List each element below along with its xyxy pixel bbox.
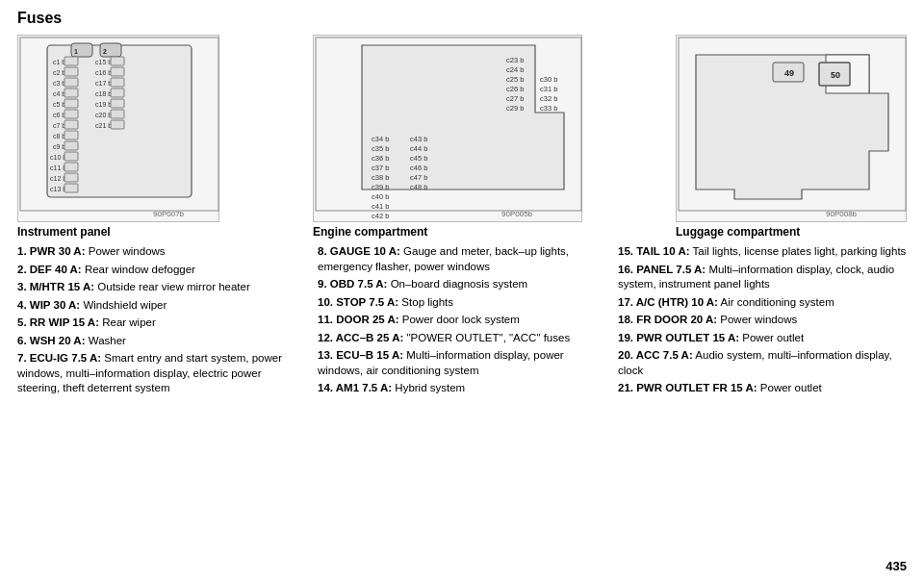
fuse-item-8: 8. GAUGE 10 A: Gauge and meter, back–up … (318, 244, 606, 274)
svg-text:c41 b: c41 b (372, 202, 389, 211)
svg-rect-11 (64, 88, 78, 97)
svg-text:2: 2 (103, 48, 107, 55)
svg-text:c37 b: c37 b (372, 164, 389, 172)
svg-text:c26 b: c26 b (506, 85, 524, 93)
fuse-item-10: 10. STOP 7.5 A: Stop lights (318, 295, 606, 311)
svg-rect-37 (111, 88, 124, 97)
svg-rect-5 (64, 57, 78, 65)
svg-text:c15 b: c15 b (95, 59, 112, 65)
svg-text:c46 b: c46 b (410, 164, 427, 172)
engine-label: Engine compartment (313, 225, 427, 239)
svg-rect-23 (64, 152, 78, 161)
svg-rect-9 (64, 78, 78, 87)
luggage-diagram: 49 50 90P008b (676, 35, 907, 222)
svg-text:c2 b: c2 b (53, 69, 65, 76)
svg-text:90P008b: 90P008b (826, 210, 858, 218)
svg-rect-35 (111, 78, 124, 87)
svg-text:c31 b: c31 b (540, 85, 557, 93)
svg-text:c18 b: c18 b (95, 90, 112, 97)
svg-text:c4 b: c4 b (53, 90, 65, 97)
engine-diagram: c23 b c24 b c25 b c26 b c27 b c29 b c30 … (313, 35, 582, 222)
svg-rect-7 (64, 67, 78, 76)
fuse-item-14: 14. AM1 7.5 A: Hybrid system (318, 381, 606, 396)
fuse-item-5: 5. RR WIP 15 A: Rear wiper (17, 316, 306, 331)
instrument-diagram: c1 b c2 b c3 b c4 b c5 b c6 b c7 b c8 b (17, 35, 219, 222)
svg-text:1: 1 (74, 48, 78, 55)
svg-rect-31 (111, 57, 124, 65)
svg-text:c47 b: c47 b (410, 173, 427, 182)
svg-rect-15 (64, 110, 78, 118)
svg-text:c35 b: c35 b (372, 144, 389, 153)
svg-rect-33 (111, 67, 124, 76)
svg-text:c30 b: c30 b (540, 75, 557, 84)
instrument-label: Instrument panel (17, 225, 111, 239)
svg-text:c25 b: c25 b (506, 75, 524, 84)
svg-text:c8 b: c8 b (53, 133, 65, 139)
engine-diagram-block: c23 b c24 b c25 b c26 b c27 b c29 b c30 … (313, 35, 582, 239)
fuse-item-19: 19. PWR OUTLET 15 A: Power outlet (618, 331, 907, 346)
fuse-item-16: 16. PANEL 7.5 A: Multi–information displ… (618, 263, 907, 292)
diagrams-row: c1 b c2 b c3 b c4 b c5 b c6 b c7 b c8 b (17, 35, 907, 239)
luggage-diagram-block: 49 50 90P008b Luggage compartment (676, 35, 907, 239)
fuse-item-15: 15. TAIL 10 A: Tail lights, license plat… (618, 244, 907, 260)
page-number: 435 (886, 559, 907, 573)
fuse-col-3: 15. TAIL 10 A: Tail lights, license plat… (618, 244, 907, 399)
fuse-item-9: 9. OBD 7.5 A: On–board diagnosis system (318, 277, 606, 292)
fuse-item-18: 18. FR DOOR 20 A: Power windows (618, 313, 907, 328)
svg-text:c29 b: c29 b (506, 104, 524, 113)
svg-text:c7 b: c7 b (53, 122, 65, 129)
svg-rect-39 (111, 99, 124, 108)
svg-rect-43 (111, 120, 124, 129)
svg-text:49: 49 (784, 68, 794, 78)
svg-text:c17 b: c17 b (95, 80, 112, 87)
svg-rect-27 (64, 173, 78, 182)
fuse-col-1: 1. PWR 30 A: Power windows 2. DEF 40 A: … (17, 244, 318, 399)
page-container: Fuses c1 b c2 b c3 b (0, 0, 924, 581)
fuse-item-6: 6. WSH 20 A: Washer (17, 334, 306, 349)
svg-text:90P005b: 90P005b (501, 210, 533, 218)
svg-text:c3 b: c3 b (53, 80, 65, 87)
luggage-label: Luggage compartment (676, 225, 800, 239)
svg-text:c23 b: c23 b (506, 56, 524, 64)
fuse-item-17: 17. A/C (HTR) 10 A: Air conditioning sys… (618, 295, 907, 311)
svg-text:c36 b: c36 b (372, 154, 389, 163)
svg-text:c40 b: c40 b (372, 192, 389, 201)
svg-rect-41 (111, 110, 124, 118)
svg-text:c42 b: c42 b (372, 212, 389, 220)
svg-text:c48 b: c48 b (410, 183, 427, 191)
svg-text:c43 b: c43 b (410, 135, 427, 143)
svg-rect-13 (64, 99, 78, 108)
fuse-item-1: 1. PWR 30 A: Power windows (17, 244, 306, 260)
instrument-svg: c1 b c2 b c3 b c4 b c5 b c6 b c7 b c8 b (18, 36, 220, 223)
svg-text:c1 b: c1 b (53, 59, 65, 65)
instrument-diagram-block: c1 b c2 b c3 b c4 b c5 b c6 b c7 b c8 b (17, 35, 219, 239)
svg-text:c6 b: c6 b (53, 112, 65, 118)
svg-text:c21 b: c21 b (95, 122, 112, 129)
svg-text:c9 b: c9 b (53, 143, 65, 150)
fuse-item-11: 11. DOOR 25 A: Power door lock system (318, 313, 606, 328)
svg-text:c39 b: c39 b (372, 183, 389, 191)
fuse-item-3: 3. M/HTR 15 A: Outside rear view mirror … (17, 280, 306, 295)
svg-text:c44 b: c44 b (410, 144, 427, 153)
svg-text:c27 b: c27 b (506, 94, 524, 103)
svg-rect-29 (64, 184, 78, 192)
svg-rect-25 (64, 163, 78, 171)
svg-text:c45 b: c45 b (410, 154, 427, 163)
svg-rect-21 (64, 141, 78, 150)
svg-text:c20 b: c20 b (95, 112, 112, 118)
fuse-item-13: 13. ECU–B 15 A: Multi–information displa… (318, 348, 606, 378)
page-title: Fuses (17, 10, 907, 27)
fuse-item-12: 12. ACC–B 25 A: "POWER OUTLET", "ACC" fu… (318, 331, 606, 346)
svg-text:c19 b: c19 b (95, 101, 112, 108)
fuse-col-2: 8. GAUGE 10 A: Gauge and meter, back–up … (318, 244, 618, 399)
svg-text:50: 50 (831, 70, 840, 80)
svg-text:90P007b: 90P007b (153, 210, 185, 218)
svg-text:c24 b: c24 b (506, 65, 524, 74)
svg-text:c38 b: c38 b (372, 173, 389, 182)
fuse-item-7: 7. ECU-IG 7.5 A: Smart entry and start s… (17, 351, 306, 396)
svg-text:c16 b: c16 b (95, 69, 112, 76)
engine-svg: c23 b c24 b c25 b c26 b c27 b c29 b c30 … (314, 36, 583, 223)
fuse-item-20: 20. ACC 7.5 A: Audio system, multi–infor… (618, 348, 907, 378)
fuse-item-4: 4. WIP 30 A: Windshield wiper (17, 298, 306, 314)
fuse-lists: 1. PWR 30 A: Power windows 2. DEF 40 A: … (17, 244, 907, 399)
